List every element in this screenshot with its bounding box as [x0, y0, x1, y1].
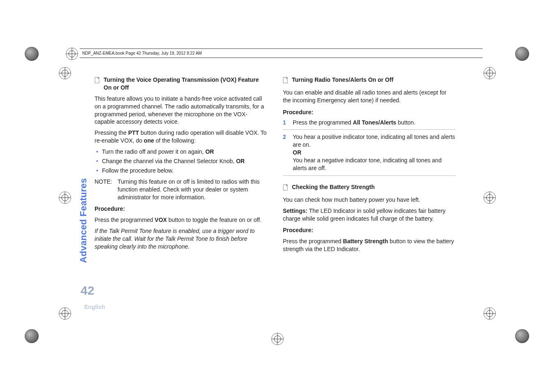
svg-point-17	[486, 310, 493, 317]
register-mark-br	[483, 307, 496, 320]
paragraph: Pressing the PTT button during radio ope…	[95, 129, 267, 145]
step-item: 2 You hear a positive indicator tone, in…	[283, 131, 456, 174]
page-icon	[95, 77, 100, 85]
section-heading-battery: Checking the Battery Strength	[283, 183, 456, 193]
bold-text: OR	[236, 158, 245, 164]
svg-point-5	[486, 70, 493, 76]
bold-text: one	[144, 137, 154, 144]
register-mark-mr	[483, 191, 496, 204]
section-tab: Advanced Features	[78, 178, 89, 263]
list-item: Follow the procedure below.	[95, 167, 267, 175]
text: button.	[396, 119, 416, 126]
svg-point-11	[486, 194, 493, 201]
italic-paragraph: If the Talk Permit Tone feature is enabl…	[95, 227, 267, 251]
procedure-label: Procedure:	[95, 205, 267, 213]
bold-text: All Tones/Alerts	[353, 119, 396, 126]
register-mark-bc	[271, 333, 284, 345]
text: Turn the radio off and power it on again…	[102, 148, 205, 155]
registration-ball-tl	[25, 47, 39, 61]
step-number: 2	[283, 133, 289, 172]
register-mark-near-head	[66, 48, 78, 60]
paragraph: Press the programmed Battery Strength bu…	[283, 238, 456, 253]
bold-text: Settings:	[283, 208, 308, 214]
note: NOTE: Turning this feature on or off is …	[95, 178, 267, 201]
note-body: Turning this feature on or off is limite…	[118, 178, 267, 201]
step-body: Press the programmed All Tones/Alerts bu…	[293, 119, 416, 127]
heading-text: Checking the Battery Strength	[292, 183, 375, 191]
heading-text: Turning the Voice Operating Transmission…	[104, 76, 267, 92]
text: Press the programmed	[293, 119, 353, 126]
step-divider	[283, 175, 456, 176]
text: button to toggle the feature on or off.	[167, 217, 261, 223]
header-rule-bottom	[80, 58, 483, 58]
register-mark-ml	[59, 191, 71, 204]
step-item: 1 Press the programmed All Tones/Alerts …	[283, 116, 456, 129]
text: Follow the procedure below.	[102, 167, 173, 174]
registration-ball-tr	[515, 47, 529, 61]
running-head: NDP_ANZ-EMEA.book Page 42 Thursday, July…	[82, 51, 202, 55]
bullet-list: Turn the radio off and power it on again…	[95, 148, 267, 175]
svg-point-14	[62, 310, 68, 317]
svg-point-23	[69, 51, 75, 57]
section-heading-tones: Turning Radio Tones/Alerts On or Off	[283, 76, 456, 85]
list-item: Change the channel via the Channel Selec…	[95, 157, 267, 165]
register-mark-bl	[59, 307, 71, 320]
step-body: You hear a positive indicator tone, indi…	[293, 133, 456, 172]
bold-text: Battery Strength	[343, 238, 388, 244]
page-content: Turning the Voice Operating Transmission…	[95, 76, 456, 256]
page-icon	[283, 77, 289, 85]
text: The LED Indicator in solid yellow indica…	[283, 208, 446, 222]
bold-text: VOX	[155, 217, 167, 223]
procedure-label: Procedure:	[283, 108, 456, 116]
register-mark-tr	[483, 67, 496, 79]
svg-point-8	[62, 194, 68, 201]
page-number: 42	[81, 284, 94, 297]
step-divider	[283, 129, 456, 130]
section-heading-vox: Turning the Voice Operating Transmission…	[95, 76, 267, 92]
left-column: Turning the Voice Operating Transmission…	[95, 76, 267, 256]
header-rule-top	[80, 48, 483, 49]
bold-text: OR	[293, 149, 456, 157]
svg-point-2	[62, 70, 68, 76]
text: You hear a positive indicator tone, indi…	[293, 133, 456, 149]
page-icon	[283, 184, 289, 193]
bold-text: OR	[205, 148, 214, 155]
register-mark-tl	[59, 67, 71, 79]
text: Press the programmed	[283, 238, 343, 244]
paragraph: You can enable and disable all radio ton…	[283, 89, 456, 104]
registration-ball-br	[515, 329, 529, 343]
text: Press the programmed	[95, 217, 155, 223]
svg-point-20	[274, 336, 281, 342]
registration-ball-bl	[25, 329, 39, 343]
text: You hear a negative indicator tone, indi…	[293, 157, 456, 172]
paragraph: Settings: The LED Indicator in solid yel…	[283, 207, 456, 223]
paragraph: This feature allows you to initiate a ha…	[95, 95, 267, 126]
procedure-label: Procedure:	[283, 226, 456, 234]
bold-text: PTT	[128, 129, 139, 136]
heading-text: Turning Radio Tones/Alerts On or Off	[292, 76, 393, 84]
paragraph: Press the programmed VOX button to toggl…	[95, 216, 267, 224]
note-label: NOTE:	[95, 178, 114, 201]
right-column: Turning Radio Tones/Alerts On or Off You…	[283, 76, 456, 256]
text: of the following:	[154, 137, 196, 144]
list-item: Turn the radio off and power it on again…	[95, 148, 267, 156]
step-number: 1	[283, 119, 289, 127]
paragraph: You can check how much battery power you…	[283, 196, 456, 204]
language-label: English	[84, 304, 105, 310]
text: Pressing the	[95, 129, 128, 136]
text: Change the channel via the Channel Selec…	[102, 158, 236, 164]
